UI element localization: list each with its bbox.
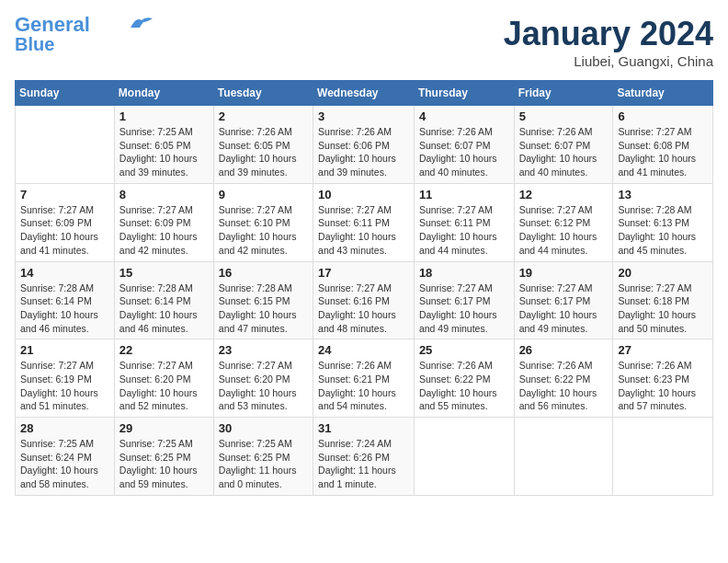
day-number: 1 — [119, 109, 209, 123]
day-cell: 7Sunrise: 7:27 AM Sunset: 6:09 PM Daylig… — [16, 183, 115, 261]
day-number: 19 — [519, 266, 609, 280]
day-number: 24 — [318, 343, 409, 357]
day-number: 25 — [419, 343, 509, 357]
day-cell: 9Sunrise: 7:27 AM Sunset: 6:10 PM Daylig… — [213, 183, 313, 261]
day-cell — [414, 418, 514, 496]
day-number: 16 — [219, 266, 308, 280]
day-number: 23 — [219, 343, 308, 357]
day-cell: 31Sunrise: 7:24 AM Sunset: 6:26 PM Dayli… — [313, 418, 415, 496]
day-number: 22 — [119, 343, 209, 357]
day-info: Sunrise: 7:25 AM Sunset: 6:05 PM Dayligh… — [119, 125, 209, 179]
day-info: Sunrise: 7:27 AM Sunset: 6:12 PM Dayligh… — [519, 203, 609, 258]
day-number: 4 — [419, 109, 509, 123]
col-header-monday: Monday — [114, 81, 213, 106]
day-info: Sunrise: 7:27 AM Sunset: 6:16 PM Dayligh… — [318, 282, 409, 336]
page-header: General Blue January 2024 Liubei, Guangx… — [15, 15, 713, 69]
day-cell: 3Sunrise: 7:26 AM Sunset: 6:06 PM Daylig… — [313, 106, 415, 184]
day-cell: 6Sunrise: 7:27 AM Sunset: 6:08 PM Daylig… — [613, 106, 713, 184]
day-cell: 13Sunrise: 7:28 AM Sunset: 6:13 PM Dayli… — [613, 183, 713, 261]
day-cell: 10Sunrise: 7:27 AM Sunset: 6:11 PM Dayli… — [313, 183, 415, 261]
day-cell: 2Sunrise: 7:26 AM Sunset: 6:05 PM Daylig… — [213, 106, 313, 184]
day-cell: 16Sunrise: 7:28 AM Sunset: 6:15 PM Dayli… — [213, 261, 313, 339]
day-number: 14 — [20, 266, 109, 280]
day-cell: 1Sunrise: 7:25 AM Sunset: 6:05 PM Daylig… — [114, 106, 213, 184]
day-number: 2 — [219, 109, 308, 123]
day-info: Sunrise: 7:27 AM Sunset: 6:11 PM Dayligh… — [318, 203, 409, 258]
week-row-4: 21Sunrise: 7:27 AM Sunset: 6:19 PM Dayli… — [16, 339, 713, 418]
week-row-2: 7Sunrise: 7:27 AM Sunset: 6:09 PM Daylig… — [16, 183, 713, 261]
day-number: 8 — [119, 188, 209, 201]
day-info: Sunrise: 7:26 AM Sunset: 6:07 PM Dayligh… — [419, 125, 509, 179]
col-header-wednesday: Wednesday — [313, 81, 415, 106]
week-row-3: 14Sunrise: 7:28 AM Sunset: 6:14 PM Dayli… — [16, 261, 713, 339]
day-cell: 30Sunrise: 7:25 AM Sunset: 6:25 PM Dayli… — [213, 418, 313, 496]
day-info: Sunrise: 7:27 AM Sunset: 6:11 PM Dayligh… — [419, 203, 509, 258]
day-info: Sunrise: 7:26 AM Sunset: 6:21 PM Dayligh… — [318, 359, 409, 413]
day-info: Sunrise: 7:28 AM Sunset: 6:14 PM Dayligh… — [119, 282, 209, 336]
day-number: 7 — [20, 188, 109, 201]
day-cell: 26Sunrise: 7:26 AM Sunset: 6:22 PM Dayli… — [514, 339, 613, 418]
calendar-table: SundayMondayTuesdayWednesdayThursdayFrid… — [15, 80, 713, 496]
day-info: Sunrise: 7:27 AM Sunset: 6:09 PM Dayligh… — [20, 203, 109, 258]
day-cell: 22Sunrise: 7:27 AM Sunset: 6:20 PM Dayli… — [114, 339, 213, 418]
day-cell: 25Sunrise: 7:26 AM Sunset: 6:22 PM Dayli… — [414, 339, 514, 418]
day-cell: 20Sunrise: 7:27 AM Sunset: 6:18 PM Dayli… — [613, 261, 713, 339]
week-row-1: 1Sunrise: 7:25 AM Sunset: 6:05 PM Daylig… — [16, 106, 713, 184]
day-number: 18 — [419, 266, 509, 280]
col-header-saturday: Saturday — [613, 81, 713, 106]
day-info: Sunrise: 7:26 AM Sunset: 6:23 PM Dayligh… — [618, 359, 708, 413]
day-info: Sunrise: 7:27 AM Sunset: 6:09 PM Dayligh… — [119, 203, 209, 258]
day-number: 5 — [519, 109, 609, 123]
day-number: 6 — [618, 109, 708, 123]
day-info: Sunrise: 7:27 AM Sunset: 6:08 PM Dayligh… — [618, 125, 708, 179]
day-number: 26 — [519, 343, 609, 357]
week-row-5: 28Sunrise: 7:25 AM Sunset: 6:24 PM Dayli… — [16, 418, 713, 496]
day-cell: 17Sunrise: 7:27 AM Sunset: 6:16 PM Dayli… — [313, 261, 415, 339]
day-info: Sunrise: 7:27 AM Sunset: 6:10 PM Dayligh… — [219, 203, 308, 258]
day-number: 15 — [119, 266, 209, 280]
day-cell — [514, 418, 613, 496]
day-info: Sunrise: 7:27 AM Sunset: 6:18 PM Dayligh… — [618, 282, 708, 336]
day-info: Sunrise: 7:25 AM Sunset: 6:25 PM Dayligh… — [219, 437, 308, 491]
logo-bird-icon — [129, 15, 154, 31]
day-cell: 18Sunrise: 7:27 AM Sunset: 6:17 PM Dayli… — [414, 261, 514, 339]
col-header-thursday: Thursday — [414, 81, 514, 106]
col-header-friday: Friday — [514, 81, 613, 106]
day-number: 28 — [20, 421, 109, 435]
day-cell: 4Sunrise: 7:26 AM Sunset: 6:07 PM Daylig… — [414, 106, 514, 184]
header-row: SundayMondayTuesdayWednesdayThursdayFrid… — [16, 81, 713, 106]
day-info: Sunrise: 7:25 AM Sunset: 6:25 PM Dayligh… — [119, 437, 209, 491]
day-info: Sunrise: 7:27 AM Sunset: 6:20 PM Dayligh… — [219, 359, 308, 413]
day-cell: 29Sunrise: 7:25 AM Sunset: 6:25 PM Dayli… — [114, 418, 213, 496]
day-number: 12 — [519, 188, 609, 201]
day-info: Sunrise: 7:26 AM Sunset: 6:22 PM Dayligh… — [419, 359, 509, 413]
day-info: Sunrise: 7:27 AM Sunset: 6:20 PM Dayligh… — [119, 359, 209, 413]
logo-blue-text: Blue — [15, 35, 54, 53]
day-info: Sunrise: 7:27 AM Sunset: 6:17 PM Dayligh… — [419, 282, 509, 336]
day-info: Sunrise: 7:26 AM Sunset: 6:07 PM Dayligh… — [519, 125, 609, 179]
day-info: Sunrise: 7:26 AM Sunset: 6:05 PM Dayligh… — [219, 125, 308, 179]
day-cell — [613, 418, 713, 496]
day-number: 20 — [618, 266, 708, 280]
month-title: January 2024 — [504, 15, 713, 53]
day-number: 30 — [219, 421, 308, 435]
day-number: 21 — [20, 343, 109, 357]
day-info: Sunrise: 7:27 AM Sunset: 6:19 PM Dayligh… — [20, 359, 109, 413]
title-block: January 2024 Liubei, Guangxi, China — [504, 15, 713, 69]
day-number: 31 — [318, 421, 409, 435]
logo: General Blue — [15, 15, 154, 53]
day-info: Sunrise: 7:27 AM Sunset: 6:17 PM Dayligh… — [519, 282, 609, 336]
day-cell: 12Sunrise: 7:27 AM Sunset: 6:12 PM Dayli… — [514, 183, 613, 261]
location-text: Liubei, Guangxi, China — [504, 53, 713, 69]
day-cell: 11Sunrise: 7:27 AM Sunset: 6:11 PM Dayli… — [414, 183, 514, 261]
col-header-tuesday: Tuesday — [213, 81, 313, 106]
day-cell: 8Sunrise: 7:27 AM Sunset: 6:09 PM Daylig… — [114, 183, 213, 261]
day-cell — [16, 106, 115, 184]
day-number: 13 — [618, 188, 708, 201]
day-number: 9 — [219, 188, 308, 201]
day-cell: 24Sunrise: 7:26 AM Sunset: 6:21 PM Dayli… — [313, 339, 415, 418]
day-cell: 14Sunrise: 7:28 AM Sunset: 6:14 PM Dayli… — [16, 261, 115, 339]
day-number: 10 — [318, 188, 409, 201]
day-cell: 19Sunrise: 7:27 AM Sunset: 6:17 PM Dayli… — [514, 261, 613, 339]
day-number: 17 — [318, 266, 409, 280]
